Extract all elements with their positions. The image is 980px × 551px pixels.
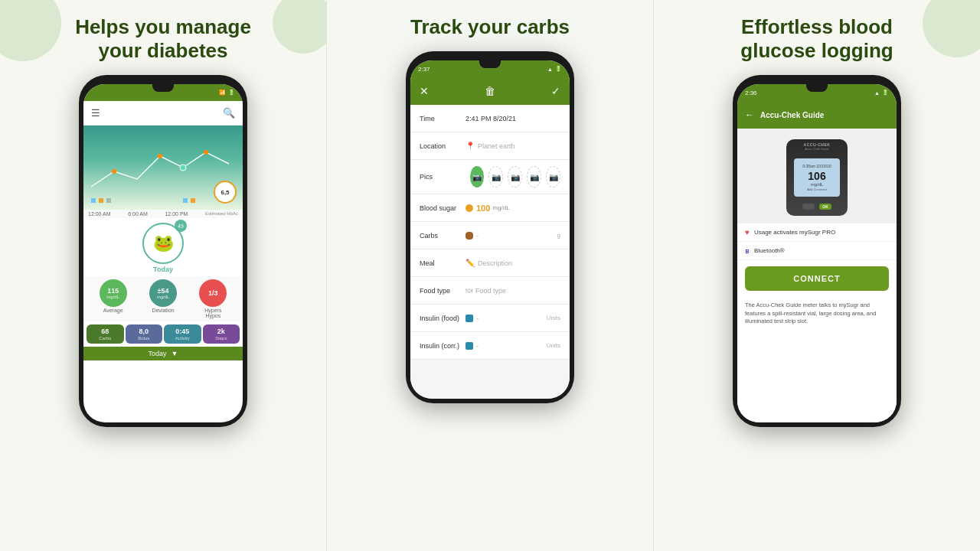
insulin-food-label: Insulin (food) — [420, 315, 466, 322]
pic-slot-3[interactable]: 📷 — [527, 166, 541, 187]
chart-time-labels: 12:00 AM 6:00 AM 12:00 PM Estimated HbAc — [83, 210, 243, 218]
panel-1-title: Helps you manage your diabetes — [75, 15, 251, 63]
meal-value[interactable]: Description — [478, 259, 560, 267]
chart-label-right: Estimated HbAc — [205, 211, 238, 217]
battery-icon-2: 🔋 — [555, 66, 562, 72]
time-field-row: Time 2:41 PM 8/20/21 — [410, 105, 570, 132]
pic-slot-2[interactable]: 📷 — [508, 166, 522, 187]
device-btn-ok: OK — [819, 204, 831, 210]
footer-label: Today — [149, 350, 167, 357]
stat-deviation: ±54 mg/dL Deviation — [149, 279, 177, 318]
hypers-label: Hypers Hypos — [204, 308, 221, 318]
status-time-3: 2:36 — [745, 90, 757, 96]
food-type-label: Food type — [420, 287, 466, 295]
confirm-icon[interactable]: ✓ — [551, 85, 560, 97]
carbs-unit: g — [557, 232, 560, 239]
pic-slot-4[interactable]: 📷 — [546, 166, 560, 187]
phone-1-topbar: ☰ 🔍 — [83, 101, 243, 126]
pic-slot-1[interactable]: 📷 — [488, 166, 503, 187]
avg-label: Average — [103, 308, 123, 313]
time-value[interactable]: 2:41 PM 8/20/21 — [466, 115, 560, 122]
hypers-ball: 1/3 — [199, 279, 227, 307]
bluetooth-icon: ʙ — [745, 246, 750, 255]
heart-icon: ♥ — [745, 228, 750, 236]
close-icon[interactable]: ✕ — [420, 85, 429, 97]
feature-pro-text: Usage activates mySugr PRO — [754, 229, 835, 236]
location-value[interactable]: Planet earth — [478, 142, 560, 150]
status-icons-3: ▲ 🔋 — [874, 90, 889, 96]
phone-2: 2:37 ▲ 🔋 ✕ 🗑 ✓ Time 2:41 PM 8/20/21 — [406, 51, 574, 403]
battery-icon-3: 🔋 — [882, 90, 889, 96]
avg-ball: 115 mg/dL — [100, 279, 127, 307]
activity-val: 0:45 — [175, 328, 189, 335]
time-label: Time — [420, 115, 466, 122]
phone-1-screen: 📶 🔋 ☰ 🔍 — [83, 84, 243, 422]
wifi-icon: 📶 — [219, 90, 226, 96]
carbs-row: Carbs - g — [410, 222, 570, 249]
insulin-corr-label: Insulin (corr.) — [420, 342, 466, 350]
time-label-2: 12:00 PM — [165, 211, 188, 217]
back-icon[interactable]: ← — [745, 109, 754, 120]
deco-circle-tr — [273, 0, 334, 54]
menu-icon[interactable]: ☰ — [91, 107, 100, 119]
avatar-emoji: 🐸 — [153, 233, 174, 253]
bolus-label: Bolus — [138, 336, 149, 341]
carbs-dot — [466, 232, 473, 240]
food-type-row: Food type 🍽 Food type — [410, 277, 570, 305]
carbs-value[interactable]: - — [476, 232, 554, 240]
phone-3-topbar: ← Accu-Chek Guide — [737, 101, 897, 129]
insulin-corr-value[interactable]: - — [476, 342, 544, 350]
steps-label: Steps — [215, 336, 227, 341]
search-icon[interactable]: 🔍 — [223, 107, 235, 119]
device-screen: 9:38am 10/16/16 106 mg/dL Add Comment — [794, 158, 840, 197]
food-type-icon: 🍽 — [466, 287, 472, 295]
steps-tile: 2k Steps — [203, 324, 240, 344]
phone-3-content: ACCU-CHEK Accu-Chek Guide 9:38am 10/16/1… — [737, 129, 897, 422]
feature-bt-row: ʙ Bluetooth® — [737, 242, 897, 260]
phone-1-footer[interactable]: Today ▼ — [83, 347, 243, 360]
location-pin-icon: 📍 — [466, 142, 475, 150]
insulin-corr-row: Insulin (corr.) - Units — [410, 332, 570, 360]
blood-sugar-label: Blood sugar — [420, 204, 466, 212]
steps-val: 2k — [217, 328, 225, 335]
device-unit: mg/dL — [811, 182, 824, 187]
svg-point-3 — [204, 150, 208, 155]
avatar-section: 🐸 49 Today — [83, 218, 243, 276]
battery-icon: 🔋 — [228, 90, 235, 96]
device-screen-label: 9:38am 10/16/16 — [802, 164, 831, 168]
panel-3-title: Effortless blood glucose logging — [740, 15, 893, 63]
insulin-food-value[interactable]: - — [476, 315, 544, 322]
avatar-badge: 49 — [175, 220, 187, 232]
svg-rect-6 — [106, 198, 111, 203]
meal-row: Meal ✏️ Description — [410, 249, 570, 277]
carbs-label: Carbs — [420, 232, 466, 240]
meal-edit-icon: ✏️ — [466, 259, 475, 267]
blood-sugar-value[interactable]: 100 — [476, 204, 490, 213]
phone-1: 📶 🔋 ☰ 🔍 — [79, 75, 247, 427]
insulin-corr-dot — [466, 342, 473, 350]
phone-2-screen: 2:37 ▲ 🔋 ✕ 🗑 ✓ Time 2:41 PM 8/20/21 — [410, 60, 570, 399]
status-icons-1: 📶 🔋 — [219, 90, 235, 96]
bolus-val: 8,0 — [139, 328, 149, 335]
time-label-0: 12:00 AM — [88, 211, 111, 217]
connect-button[interactable]: CONNECT — [745, 266, 889, 291]
insulin-food-row: Insulin (food) - Units — [410, 305, 570, 332]
device-image-area: ACCU-CHEK Accu-Chek Guide 9:38am 10/16/1… — [737, 129, 897, 223]
svg-point-2 — [180, 165, 186, 171]
activity-tile: 0:45 Activity — [164, 324, 201, 344]
panel-2-title: Track your carbs — [410, 15, 570, 39]
blood-sugar-dot — [466, 204, 473, 212]
svg-rect-8 — [191, 198, 195, 203]
delete-icon[interactable]: 🗑 — [485, 85, 495, 97]
status-icons-2: ▲ 🔋 — [547, 66, 562, 72]
location-field-row: Location 📍 Planet earth — [410, 132, 570, 160]
topbar-title: Accu-Chek Guide — [760, 111, 824, 119]
avatar: 🐸 49 — [142, 223, 184, 264]
feature-pro-row: ♥ Usage activates mySugr PRO — [737, 223, 897, 242]
add-comment-label: Add Comment — [807, 187, 827, 191]
pics-label: Pics — [420, 173, 466, 181]
camera-btn[interactable]: 📷 — [470, 166, 484, 187]
blood-sugar-unit: mg/dL — [492, 204, 509, 211]
location-label: Location — [420, 142, 466, 150]
food-type-value[interactable]: Food type — [475, 287, 560, 295]
